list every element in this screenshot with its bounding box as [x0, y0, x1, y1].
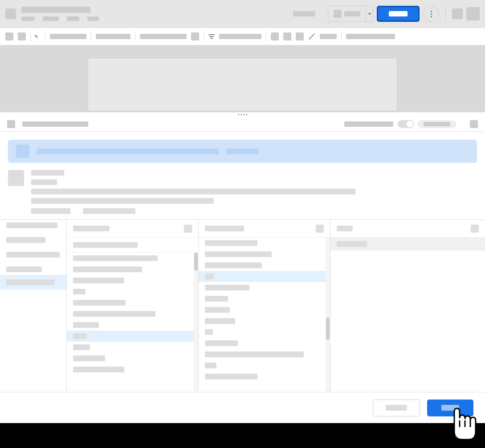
toggle-switch[interactable]: [398, 120, 413, 128]
list-item[interactable]: [199, 360, 326, 371]
list-item[interactable]: [67, 253, 194, 264]
present-button[interactable]: [284, 6, 324, 22]
list-item[interactable]: [67, 319, 194, 331]
toolbar-item[interactable]: [96, 34, 130, 39]
list-item[interactable]: [67, 342, 194, 353]
menu-file[interactable]: [21, 16, 35, 21]
column-browser: [0, 219, 485, 392]
scrollbar[interactable]: [194, 253, 198, 392]
banner-icon: [16, 145, 29, 158]
list-item[interactable]: [199, 349, 326, 360]
info-line: [31, 179, 57, 185]
redo-icon[interactable]: [18, 32, 26, 40]
dataset-icon: [8, 170, 24, 186]
list-item[interactable]: [199, 238, 326, 249]
panel-resize-handle[interactable]: [0, 112, 485, 117]
banner-text: [37, 149, 219, 154]
primary-action-button[interactable]: [377, 6, 420, 22]
list-item[interactable]: [199, 249, 326, 260]
list-item[interactable]: [67, 353, 194, 364]
undo-icon[interactable]: [5, 32, 13, 40]
info-line: [31, 170, 64, 176]
panel-icon: [7, 120, 15, 128]
list-item[interactable]: [199, 327, 326, 338]
list-item[interactable]: [0, 220, 66, 231]
avatar[interactable]: [466, 7, 480, 20]
menu-edit[interactable]: [43, 16, 59, 21]
column-header: [330, 220, 485, 238]
dialog-footer: [0, 392, 485, 423]
list-item[interactable]: [199, 304, 326, 315]
panel-header: [0, 117, 485, 132]
explore-panel: [0, 132, 485, 392]
toolbar-item[interactable]: [191, 32, 199, 40]
account-icon[interactable]: [452, 8, 463, 19]
list-item[interactable]: [199, 260, 326, 271]
list-item[interactable]: [67, 286, 194, 297]
list-item[interactable]: [199, 371, 326, 382]
list-item[interactable]: [67, 331, 194, 342]
list-item[interactable]: [67, 364, 194, 375]
info-line: [31, 198, 214, 204]
toolbar-item[interactable]: [296, 32, 304, 40]
list-item[interactable]: [0, 260, 66, 275]
toolbar-item[interactable]: [320, 34, 337, 39]
search-row: [67, 238, 198, 253]
info-meta: [31, 208, 70, 214]
menu-view[interactable]: [67, 16, 79, 21]
toolbar-item[interactable]: [271, 32, 279, 40]
list-item[interactable]: [0, 231, 66, 246]
toolbar: [0, 28, 485, 45]
category-column: [0, 220, 67, 392]
chevron-down-icon[interactable]: [366, 6, 373, 21]
list-item[interactable]: [330, 238, 485, 250]
info-meta: [83, 208, 135, 214]
toolbar-item[interactable]: [140, 34, 187, 39]
list-item[interactable]: [67, 275, 194, 286]
table-column: [199, 220, 330, 392]
list-item[interactable]: [199, 282, 326, 293]
list-item[interactable]: [0, 275, 66, 290]
list-item[interactable]: [199, 271, 326, 282]
expand-icon[interactable]: [471, 225, 479, 233]
cancel-button[interactable]: [373, 400, 420, 416]
line-icon[interactable]: [308, 33, 315, 40]
toggle-label: [344, 121, 393, 127]
panel-title: [22, 121, 88, 127]
filter-pill[interactable]: [417, 120, 456, 128]
field-column: [330, 220, 485, 392]
submit-button[interactable]: [427, 400, 473, 416]
toolbar-item[interactable]: [283, 32, 291, 40]
cursor-icon[interactable]: [35, 33, 41, 40]
list-item[interactable]: [199, 315, 326, 327]
scrollbar[interactable]: [326, 238, 330, 392]
column-header: [67, 220, 198, 238]
toolbar-item[interactable]: [346, 34, 395, 39]
search-input[interactable]: [73, 242, 138, 248]
list-item[interactable]: [0, 246, 66, 260]
slide-preview[interactable]: [88, 58, 397, 111]
expand-icon[interactable]: [184, 225, 192, 233]
column-header: [199, 220, 330, 238]
list-item[interactable]: [67, 308, 194, 319]
share-split-button[interactable]: [328, 6, 373, 22]
filter-icon[interactable]: [208, 34, 215, 39]
list-item[interactable]: [67, 297, 194, 308]
toolbar-item[interactable]: [50, 34, 86, 39]
list-item[interactable]: [199, 338, 326, 349]
info-line: [31, 189, 355, 194]
menubar: [0, 0, 485, 28]
close-icon[interactable]: [470, 120, 478, 128]
toolbar-item[interactable]: [219, 34, 261, 39]
dataset-info: [8, 163, 477, 208]
list-item[interactable]: [199, 293, 326, 304]
kebab-icon: [431, 11, 432, 17]
document-title[interactable]: [21, 7, 90, 13]
app-icon[interactable]: [5, 8, 16, 19]
dataset-column: [67, 220, 199, 392]
list-item[interactable]: [67, 264, 194, 275]
expand-icon[interactable]: [316, 225, 324, 233]
menu-help[interactable]: [87, 16, 99, 21]
banner-text: [226, 149, 258, 154]
more-options-button[interactable]: [423, 6, 439, 22]
